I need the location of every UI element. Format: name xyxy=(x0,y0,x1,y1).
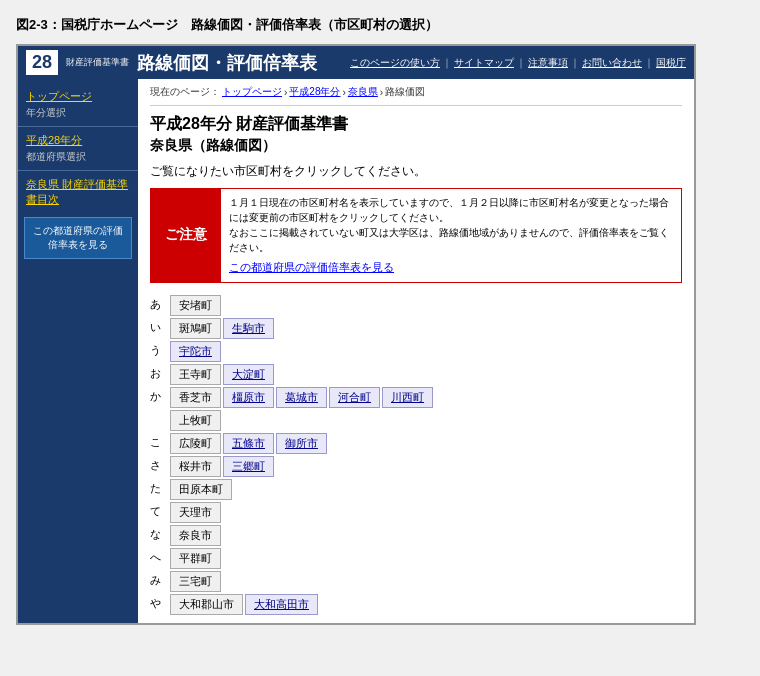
city-item: 平群町 xyxy=(170,548,221,569)
page-title: 平成28年分 財産評価基準書 xyxy=(150,114,682,135)
city-items: 大和郡山市大和高田市 xyxy=(170,594,682,615)
kana-label: て xyxy=(150,502,170,519)
city-item[interactable]: 生駒市 xyxy=(223,318,274,339)
city-item[interactable]: 大和高田市 xyxy=(245,594,318,615)
city-item: 香芝市 xyxy=(170,387,221,408)
city-item: 田原本町 xyxy=(170,479,232,500)
city-items: 桜井市三郷町 xyxy=(170,456,682,477)
city-item[interactable]: 宇陀市 xyxy=(170,341,221,362)
notice-text1: １月１日現在の市区町村名を表示していますので、１月２日以降に市区町村名が変更とな… xyxy=(229,197,669,223)
page-subtitle: 奈良県（路線価図） xyxy=(150,137,682,155)
kana-label: お xyxy=(150,364,170,381)
city-items: 広陵町五條市御所市 xyxy=(170,433,682,454)
city-item: 上牧町 xyxy=(170,410,221,431)
city-row: み三宅町 xyxy=(150,571,682,593)
city-row: 上牧町 xyxy=(150,410,682,432)
city-items: 宇陀市 xyxy=(170,341,682,362)
kana-label: か xyxy=(150,387,170,404)
nav-usage[interactable]: このページの使い方 xyxy=(350,56,440,70)
kana-label: へ xyxy=(150,548,170,565)
kana-label: こ xyxy=(150,433,170,450)
city-item[interactable]: 橿原市 xyxy=(223,387,274,408)
breadcrumb-pref[interactable]: 奈良県 xyxy=(348,85,378,99)
city-item: 大和郡山市 xyxy=(170,594,243,615)
city-items: 平群町 xyxy=(170,548,682,569)
city-item[interactable]: 大淀町 xyxy=(223,364,274,385)
sidebar: トップページ 年分選択 平成28年分 都道府県選択 奈良県 財産評価基準書目次 … xyxy=(18,79,138,623)
content-area: トップページ 年分選択 平成28年分 都道府県選択 奈良県 財産評価基準書目次 … xyxy=(18,79,694,623)
sidebar-sub-top: 年分選択 xyxy=(26,107,66,118)
sidebar-item-year[interactable]: 平成28年分 都道府県選択 xyxy=(18,129,138,168)
breadcrumb-year[interactable]: 平成28年分 xyxy=(289,85,340,99)
kana-label: や xyxy=(150,594,170,611)
city-row: へ平群町 xyxy=(150,548,682,570)
notice-box: ご注意 １月１日現在の市区町村名を表示していますので、１月２日以降に市区町村名が… xyxy=(150,188,682,283)
city-row: こ広陵町五條市御所市 xyxy=(150,433,682,455)
breadcrumb: 現在のページ： トップページ › 平成28年分 › 奈良県 › 路線価図 xyxy=(150,85,682,99)
kana-label: み xyxy=(150,571,170,588)
kana-label xyxy=(150,410,170,412)
city-item: 広陵町 xyxy=(170,433,221,454)
site-title: 路線価図・評価倍率表 xyxy=(137,51,342,75)
kana-label: た xyxy=(150,479,170,496)
breadcrumb-top[interactable]: トップページ xyxy=(222,85,282,99)
kana-label: な xyxy=(150,525,170,542)
sidebar-item-nara[interactable]: 奈良県 財産評価基準書目次 xyxy=(18,173,138,211)
instruction: ご覧になりたい市区町村をクリックしてください。 xyxy=(150,163,682,180)
main-content: 現在のページ： トップページ › 平成28年分 › 奈良県 › 路線価図 平成2… xyxy=(138,79,694,623)
nav-contact[interactable]: お問い合わせ xyxy=(582,56,642,70)
city-item: 安堵町 xyxy=(170,295,221,316)
city-item[interactable]: 三郷町 xyxy=(223,456,274,477)
city-item[interactable]: 河合町 xyxy=(329,387,380,408)
city-item: 奈良市 xyxy=(170,525,221,546)
city-row: や大和郡山市大和高田市 xyxy=(150,594,682,616)
city-row: か香芝市橿原市葛城市河合町川西町 xyxy=(150,387,682,409)
city-row: い斑鳩町生駒市 xyxy=(150,318,682,340)
city-item: 天理市 xyxy=(170,502,221,523)
kana-label: さ xyxy=(150,456,170,473)
city-row: て天理市 xyxy=(150,502,682,524)
city-item[interactable]: 葛城市 xyxy=(276,387,327,408)
city-row: な奈良市 xyxy=(150,525,682,547)
kana-label: あ xyxy=(150,295,170,312)
city-items: 王寺町大淀町 xyxy=(170,364,682,385)
city-row: う宇陀市 xyxy=(150,341,682,363)
city-items: 香芝市橿原市葛城市河合町川西町 xyxy=(170,387,682,408)
logo-box: 28 xyxy=(26,50,58,75)
city-item[interactable]: 川西町 xyxy=(382,387,433,408)
nav-nta[interactable]: 国税庁 xyxy=(656,56,686,70)
city-items: 奈良市 xyxy=(170,525,682,546)
sidebar-link-nara[interactable]: 奈良県 財産評価基準書目次 xyxy=(26,177,130,207)
breadcrumb-current: 路線価図 xyxy=(385,85,425,99)
browser-frame: 28 財産評価基準書 路線価図・評価倍率表 このページの使い方 ｜ サイトマップ… xyxy=(16,44,696,625)
city-items: 三宅町 xyxy=(170,571,682,592)
site-nav: このページの使い方 ｜ サイトマップ ｜ 注意事項 ｜ お問い合わせ ｜ 国税庁 xyxy=(350,56,686,70)
nav-caution[interactable]: 注意事項 xyxy=(528,56,568,70)
site-header: 28 財産評価基準書 路線価図・評価倍率表 このページの使い方 ｜ サイトマップ… xyxy=(18,46,694,79)
logo-sub: 財産評価基準書 xyxy=(66,56,129,69)
city-list-container: あ安堵町い斑鳩町生駒市う宇陀市お王寺町大淀町か香芝市橿原市葛城市河合町川西町上牧… xyxy=(150,295,682,616)
city-item: 桜井市 xyxy=(170,456,221,477)
city-row: た田原本町 xyxy=(150,479,682,501)
city-item[interactable]: 御所市 xyxy=(276,433,327,454)
notice-content: １月１日現在の市区町村名を表示していますので、１月２日以降に市区町村名が変更とな… xyxy=(221,189,681,282)
city-items: 田原本町 xyxy=(170,479,682,500)
city-items: 斑鳩町生駒市 xyxy=(170,318,682,339)
city-item: 三宅町 xyxy=(170,571,221,592)
sidebar-item-top[interactable]: トップページ 年分選択 xyxy=(18,85,138,124)
sidebar-link-year[interactable]: 平成28年分 xyxy=(26,133,130,148)
notice-link[interactable]: この都道府県の評価倍率表を見る xyxy=(229,259,673,276)
city-row: さ桜井市三郷町 xyxy=(150,456,682,478)
city-item: 斑鳩町 xyxy=(170,318,221,339)
city-items: 上牧町 xyxy=(170,410,682,431)
notice-text2: なおここに掲載されていない町又は大学区は、路線価地域がありませんので、評価倍率表… xyxy=(229,227,669,253)
city-row: あ安堵町 xyxy=(150,295,682,317)
city-item: 王寺町 xyxy=(170,364,221,385)
figure-caption: 図2-3：国税庁ホームページ 路線価図・評価倍率表（市区町村の選択） xyxy=(16,16,744,34)
sidebar-button[interactable]: この都道府県の評価倍率表を見る xyxy=(24,217,132,259)
kana-label: い xyxy=(150,318,170,335)
city-items: 安堵町 xyxy=(170,295,682,316)
nav-sitemap[interactable]: サイトマップ xyxy=(454,56,514,70)
city-item[interactable]: 五條市 xyxy=(223,433,274,454)
sidebar-link-top[interactable]: トップページ xyxy=(26,89,130,104)
